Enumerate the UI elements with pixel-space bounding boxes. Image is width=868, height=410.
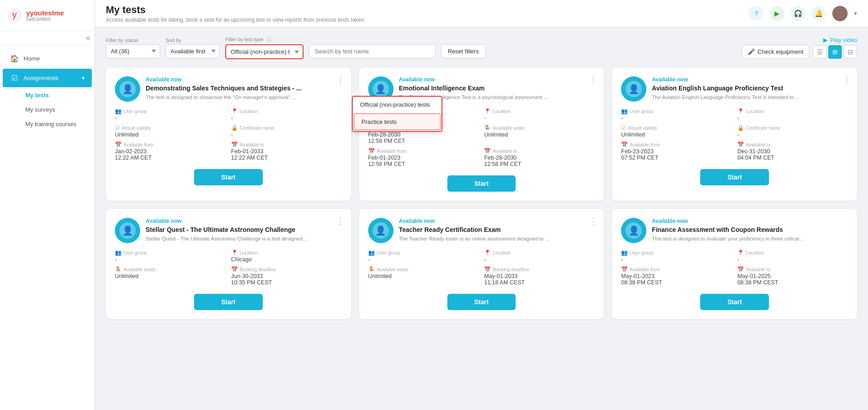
user-avatar[interactable]	[832, 6, 848, 21]
card-4-available: Available now	[146, 218, 342, 224]
check-equipment-button[interactable]: 🎤 Check equipment	[742, 45, 809, 59]
card-3-avail-from-value: Feb-23-2023 07:52 PM CET	[621, 148, 732, 161]
card-3-result-validity-value: Unlimited	[621, 132, 732, 138]
card-4-avatar-icon: 👤	[119, 222, 136, 239]
list-view-button[interactable]: ☰	[813, 45, 826, 59]
card-1-footer: Start	[115, 169, 342, 185]
calendar-to-icon: 📅	[231, 141, 238, 148]
location-icon: 📍	[231, 108, 238, 114]
card-5-avatar: 👤	[368, 218, 394, 243]
type-filter-select[interactable]: Official (non-practice) t	[225, 44, 304, 59]
location-icon-6: 📍	[737, 250, 744, 256]
status-filter-select[interactable]: All (36)	[106, 44, 160, 58]
card-3-available: Available now	[652, 76, 848, 83]
test-card-5: ⋮ 👤 Available now Teacher Ready Certific…	[359, 209, 604, 319]
card-6-user-group-value: -	[621, 256, 732, 263]
test-card-1: ⋮ 👤 Available now Demonstrating Sales Te…	[106, 67, 351, 201]
card-5-start-button[interactable]: Start	[447, 294, 516, 310]
card-1-user-group-label: 👥 User group	[115, 108, 226, 114]
card-3-title-area: Available now Aviation English Language …	[652, 76, 848, 101]
card-1-avail-from: 📅 Available from Jan-02-2023 12:22 AM CE…	[115, 141, 226, 161]
logo-text: yyoutestme GetCertified	[26, 9, 64, 22]
card-3-start-button[interactable]: Start	[700, 169, 769, 185]
card-4-start-button[interactable]: Start	[194, 294, 263, 310]
card-4-avatar: 👤	[115, 218, 140, 243]
card-3-meta: 👥 User group - 📍 Location -	[621, 108, 848, 161]
compact-view-button[interactable]: ⊟	[844, 45, 857, 59]
card-6-avail-to: 📅 Available to May-01-2025 08:38 PM CEST	[737, 266, 848, 286]
svg-text:y: y	[12, 9, 17, 19]
play-button[interactable]: ▶	[770, 6, 784, 21]
card-5-title: Teacher Ready Certification Exam	[399, 226, 595, 234]
sidebar-item-my-tests[interactable]: My tests	[21, 88, 92, 102]
calendar-icon: 📅	[115, 141, 122, 148]
card-1-avail-from-label: 📅 Available from	[115, 141, 226, 148]
users-icon-3: 👥	[621, 108, 628, 114]
sidebar-item-home[interactable]: 🏠 Home	[3, 49, 92, 68]
type-filter-group: Filter by test type ⓘ Official (non-prac…	[225, 36, 304, 59]
help-button[interactable]: ?	[749, 6, 764, 21]
card-5-more-menu[interactable]: ⋮	[589, 216, 598, 226]
card-2-more-menu[interactable]: ⋮	[589, 75, 598, 85]
card-5-avail-seats: 🪑 Available seats Unlimited	[368, 266, 479, 286]
collapse-button[interactable]: «	[86, 34, 90, 42]
home-icon: 🏠	[10, 54, 19, 63]
card-1-title: Demonstrating Sales Techniques and Strat…	[146, 84, 342, 92]
card-3-location-value: -	[737, 115, 848, 121]
sidebar-nav: 🏠 Home ☑ Assignments ▾ My tests My surve…	[0, 45, 95, 135]
status-filter-group: Filter by status All (36)	[106, 38, 160, 58]
sidebar-collapse-area[interactable]: «	[0, 31, 95, 45]
play-video-link[interactable]: ▶ Play video	[823, 37, 857, 43]
sidebar-item-my-surveys[interactable]: My surveys	[21, 103, 92, 117]
content-area: Filter by status All (36) Sort by Availa…	[95, 27, 868, 410]
notification-button[interactable]: 🔔	[811, 6, 826, 21]
card-3-cert-name-value: -	[737, 132, 848, 138]
deadline-icon-4: 📅	[231, 266, 238, 273]
card-1-more-menu[interactable]: ⋮	[337, 75, 345, 85]
card-2-title: Emotional Intelligence Exam	[399, 84, 595, 92]
card-1-avatar-icon: 👤	[119, 81, 136, 97]
card-3-header: 👤 Available now Aviation English Languag…	[621, 76, 848, 102]
card-3-more-menu[interactable]: ⋮	[843, 75, 851, 85]
card-5-meta: 👥 User group - 📍 Location -	[368, 250, 595, 286]
dropdown-item-official[interactable]: Official (non-practice) tests	[353, 97, 441, 113]
card-1-result-validity-value: Unlimited	[115, 132, 226, 138]
card-5-location: 📍 Location -	[484, 250, 595, 263]
card-3-avatar: 👤	[621, 76, 646, 102]
card-1-avatar: 👤	[115, 76, 140, 102]
headset-button[interactable]: 🎧	[791, 6, 805, 21]
card-3-avail-to-value: Dec-31-2030 04:04 PM CET	[737, 148, 848, 161]
card-1-location-label: 📍 Location	[231, 108, 342, 114]
users-icon-5: 👥	[368, 250, 375, 256]
sidebar-item-assignments[interactable]: ☑ Assignments ▾	[3, 69, 92, 87]
sidebar-item-my-training[interactable]: My training courses	[21, 117, 92, 131]
card-4-more-menu[interactable]: ⋮	[337, 216, 345, 226]
user-chevron[interactable]: ▾	[854, 10, 857, 17]
card-2-avatar-icon: 👤	[373, 81, 389, 97]
card-4-avail-seats: 🪑 Available seats Unlimited	[115, 266, 226, 286]
card-2-start-button[interactable]: Start	[447, 175, 516, 192]
reset-filters-button[interactable]: Reset filters	[441, 44, 486, 58]
card-6-start-button[interactable]: Start	[700, 294, 769, 310]
card-2-available: Available now	[399, 76, 595, 83]
card-1-cert-name-label: 🔒 Certificate name	[231, 125, 342, 131]
card-1-result-validity: ☑ Result validity Unlimited	[115, 125, 226, 138]
card-1-desc: The test is designed to showcase the "On…	[146, 94, 342, 101]
card-2-location: 📍 Location -	[484, 108, 595, 121]
grid-view-button[interactable]: ⊞	[828, 45, 842, 59]
dropdown-item-practice[interactable]: Practice tests	[354, 113, 441, 130]
sort-filter-select[interactable]: Available first	[166, 44, 220, 58]
card-3-avail-from: 📅 Available from Feb-23-2023 07:52 PM CE…	[621, 141, 732, 161]
card-2-avail-seats-value: Unlimited	[484, 132, 595, 138]
card-3-avail-to: 📅 Available to Dec-31-2030 04:04 PM CET	[737, 141, 848, 161]
logo-area: y yyoutestme GetCertified	[0, 0, 95, 31]
card-4-avail-seats-value: Unlimited	[115, 273, 226, 279]
search-input[interactable]	[309, 44, 436, 58]
card-5-booking-deadline: 📅 Booking deadline May-01-2033 11:18 AM …	[484, 266, 595, 286]
reset-group: Reset filters	[441, 38, 486, 58]
type-filter-label: Filter by test type ⓘ	[225, 36, 304, 43]
card-1-start-button[interactable]: Start	[194, 169, 263, 185]
cards-grid: ⋮ 👤 Available now Demonstrating Sales Te…	[106, 67, 857, 319]
sidebar-subnav: My tests My surveys My training courses	[0, 88, 95, 132]
card-6-header: 👤 Available now Finance Assessment with …	[621, 218, 848, 243]
